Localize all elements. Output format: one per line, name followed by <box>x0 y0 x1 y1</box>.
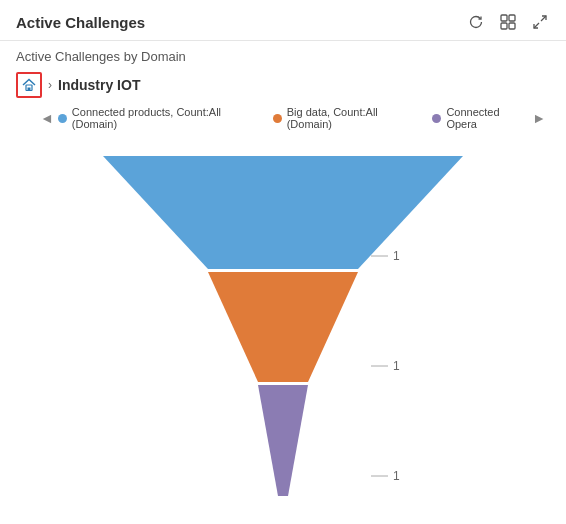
header: Active Challenges <box>0 0 566 41</box>
legend-label-2: Connected Opera <box>446 106 528 130</box>
legend-dot-0 <box>58 114 67 123</box>
refresh-icon[interactable] <box>466 12 486 32</box>
subheader-label: Active Challenges by Domain <box>16 49 186 64</box>
legend-dot-1 <box>273 114 282 123</box>
legend: ◄ Connected products, Count:All (Domain)… <box>0 102 566 136</box>
chart-area: 1 1 1 <box>0 136 566 506</box>
legend-item-1: Big data, Count:All (Domain) <box>273 106 419 130</box>
breadcrumb-separator: › <box>48 78 52 92</box>
funnel-segment-1[interactable] <box>208 272 358 382</box>
funnel-segment-0[interactable] <box>103 156 463 269</box>
subheader: Active Challenges by Domain <box>0 41 566 68</box>
header-actions <box>466 12 550 32</box>
table-icon[interactable] <box>498 12 518 32</box>
expand-icon[interactable] <box>530 12 550 32</box>
funnel-segment-2[interactable] <box>258 385 308 496</box>
legend-label-0: Connected products, Count:All (Domain) <box>72 106 259 130</box>
svg-rect-7 <box>28 88 31 91</box>
value-label-2: 1 <box>393 469 400 483</box>
value-label-0: 1 <box>393 249 400 263</box>
legend-item-0: Connected products, Count:All (Domain) <box>58 106 259 130</box>
svg-rect-0 <box>501 15 507 21</box>
legend-items: Connected products, Count:All (Domain) B… <box>58 106 528 130</box>
svg-line-5 <box>534 23 539 28</box>
svg-rect-1 <box>509 15 515 21</box>
breadcrumb: › Industry IOT <box>0 68 566 102</box>
legend-prev[interactable]: ◄ <box>36 110 58 126</box>
svg-line-4 <box>541 16 546 21</box>
svg-rect-2 <box>501 23 507 29</box>
svg-rect-3 <box>509 23 515 29</box>
legend-label-1: Big data, Count:All (Domain) <box>287 106 419 130</box>
legend-next[interactable]: ► <box>528 110 550 126</box>
value-label-1: 1 <box>393 359 400 373</box>
legend-item-2: Connected Opera <box>432 106 528 130</box>
legend-dot-2 <box>432 114 441 123</box>
breadcrumb-domain: Industry IOT <box>58 77 140 93</box>
funnel-chart: 1 1 1 <box>93 156 473 496</box>
page-title: Active Challenges <box>16 14 145 31</box>
home-button[interactable] <box>16 72 42 98</box>
